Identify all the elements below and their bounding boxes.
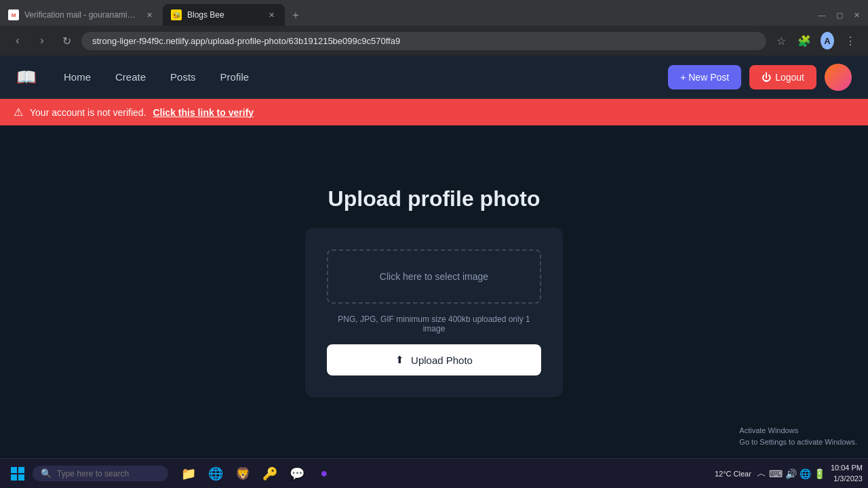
taskbar-app6[interactable]: ● [312,462,336,486]
toolbar-icons: ☆ 🧩 A ⋮ [772,31,860,50]
address-bar: ‹ › ↻ ☆ 🧩 A ⋮ [0,26,868,56]
tab-spacer: — ▢ ✕ [307,4,868,26]
logout-button[interactable]: ⏻ Logout [749,65,816,89]
search-input[interactable] [57,469,160,479]
tab-title-bee: Blogs Bee [187,10,260,20]
profile-icon[interactable]: A [818,31,837,50]
upload-button[interactable]: ⬆ Upload Photo [327,344,541,375]
reload-button[interactable]: ↻ [57,31,76,50]
volume-icon[interactable]: 🔊 [785,468,797,479]
navbar-actions: + New Post ⏻ Logout [668,64,852,91]
svg-rect-0 [11,467,17,473]
svg-rect-3 [18,474,24,481]
user-avatar[interactable] [825,64,852,91]
logo: 📖 [16,68,37,87]
battery-icon[interactable]: 🔋 [814,468,825,479]
chevron-up-icon[interactable]: ︿ [757,468,766,480]
svg-rect-1 [18,467,24,473]
weather-info: 12°C Clear [715,470,751,478]
notification-text: Your account is not verified. [30,107,146,118]
taskbar-app5[interactable]: 💬 [285,462,309,486]
select-image-label: Click here to select image [380,271,488,282]
start-button[interactable] [5,462,30,486]
notification-banner: ⚠ Your account is not verified. Click th… [0,99,868,125]
keyboard-icon[interactable]: ⌨ [769,468,783,479]
warning-icon: ⚠ [14,106,23,119]
nav-posts[interactable]: Posts [159,66,207,88]
app-content: 📖 Home Create Posts Profile + New Post ⏻… [0,56,868,458]
logout-label: Logout [775,72,804,83]
svg-rect-2 [11,474,17,481]
tab-favicon-bee: 🐝 [171,9,182,20]
nav-home[interactable]: Home [53,66,102,88]
maximize-button[interactable]: ▢ [833,9,846,21]
close-window-button[interactable]: ✕ [851,9,863,21]
file-info: PNG, JPG, GIF minimum size 400kb uploade… [327,314,541,333]
network-icon[interactable]: 🌐 [800,468,811,479]
taskbar-apps: 📁 🌐 🦁 🔑 💬 ● [176,462,712,486]
verify-link[interactable]: Click this link to verify [153,107,254,118]
upload-section: Upload profile photo Click here to selec… [305,186,563,397]
nav-profile[interactable]: Profile [210,66,260,88]
taskbar-proton[interactable]: 🔑 [258,462,282,486]
main-content: Upload profile photo Click here to selec… [0,125,868,458]
extensions-icon[interactable]: 🧩 [795,31,814,50]
taskbar: 🔍 📁 🌐 🦁 🔑 💬 ● 12°C Clear ︿ ⌨ 🔊 🌐 🔋 10:04… [0,458,868,488]
address-input[interactable] [81,32,766,50]
navbar: 📖 Home Create Posts Profile + New Post ⏻… [0,56,868,99]
logo-icon: 📖 [16,68,37,87]
back-button[interactable]: ‹ [8,31,27,50]
date-display: 1/3/2023 [831,474,863,484]
forward-button[interactable]: › [33,31,52,50]
tab-close-gmail[interactable]: ✕ [144,9,155,20]
taskbar-time[interactable]: 10:04 PM 1/3/2023 [831,463,863,484]
page-title: Upload profile photo [328,186,540,211]
upload-icon: ⬆ [395,354,404,366]
logout-icon: ⏻ [762,72,771,83]
search-icon: 🔍 [41,468,52,479]
new-post-button[interactable]: + New Post [668,65,741,89]
taskbar-explorer[interactable]: 📁 [176,462,201,486]
tab-favicon-gmail: M [8,9,19,20]
taskbar-search[interactable]: 🔍 [33,466,168,481]
time-display: 10:04 PM [831,463,863,473]
tab-gmail[interactable]: M Verification mail - gouranamika... ✕ [0,4,163,26]
taskbar-edge[interactable]: 🌐 [203,462,228,486]
minimize-button[interactable]: — [815,9,828,20]
tab-close-bee[interactable]: ✕ [266,9,277,20]
taskbar-brave[interactable]: 🦁 [231,462,255,486]
new-tab-button[interactable]: ＋ [285,4,307,26]
nav-links: Home Create Posts Profile [53,66,668,88]
upload-label: Upload Photo [411,354,473,366]
menu-icon[interactable]: ⋮ [841,31,860,50]
sys-icons: ︿ ⌨ 🔊 🌐 🔋 [757,468,825,480]
tab-bar: M Verification mail - gouranamika... ✕ 🐝… [0,0,868,26]
nav-create[interactable]: Create [104,66,157,88]
bookmark-icon[interactable]: ☆ [772,31,791,50]
taskbar-right: 12°C Clear ︿ ⌨ 🔊 🌐 🔋 10:04 PM 1/3/2023 [715,463,863,484]
tab-title-gmail: Verification mail - gouranamika... [24,10,138,20]
tab-blogs-bee[interactable]: 🐝 Blogs Bee ✕ [163,4,285,26]
upload-card: Click here to select image PNG, JPG, GIF… [305,228,563,397]
image-select-area[interactable]: Click here to select image [327,249,541,304]
profile-circle[interactable]: A [821,32,834,49]
